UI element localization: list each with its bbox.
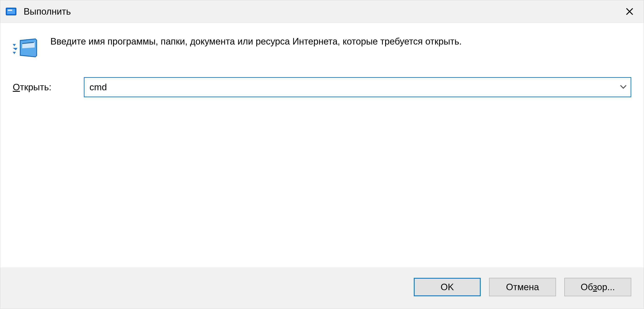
open-label: Открыть: (13, 82, 76, 92)
dialog-description: Введите имя программы, папки, документа … (50, 35, 462, 47)
svg-marker-6 (13, 48, 18, 50)
titlebar: Выполнить (0, 0, 644, 23)
svg-marker-7 (13, 52, 16, 54)
open-input[interactable] (84, 77, 631, 97)
info-row: Введите имя программы, папки, документа … (13, 35, 631, 58)
svg-marker-5 (13, 44, 16, 46)
svg-rect-2 (8, 10, 12, 11)
open-combobox[interactable] (84, 77, 631, 97)
dialog-content: Введите имя программы, папки, документа … (0, 23, 644, 268)
input-row: Открыть: (13, 77, 631, 97)
run-app-icon-small (5, 6, 17, 17)
window-title: Выполнить (24, 6, 620, 17)
button-bar: OK Отмена Обзор... (0, 268, 644, 309)
cancel-button[interactable]: Отмена (489, 278, 556, 296)
ok-button[interactable]: OK (414, 278, 481, 296)
run-app-icon (13, 38, 38, 58)
run-dialog: Выполнить Введите имя программы (0, 0, 644, 309)
browse-button[interactable]: Обзор... (564, 278, 631, 296)
close-button[interactable] (620, 2, 639, 21)
close-icon (626, 7, 634, 16)
